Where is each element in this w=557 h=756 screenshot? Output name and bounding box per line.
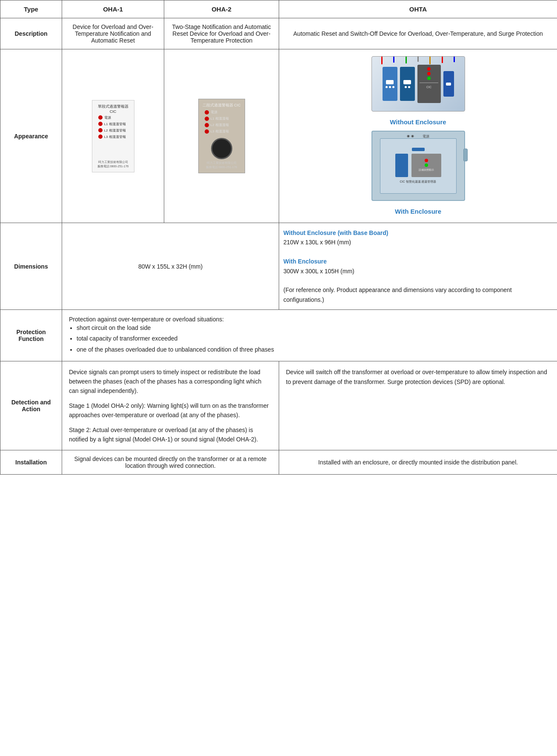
installation-ohta: Installed with an enclosure, or directly… (279, 450, 557, 475)
b2dot-red1 (427, 67, 431, 71)
detection-p2: Stage 1 (Model OHA-2 only): Warning ligh… (69, 401, 272, 420)
oha1-dot-label-0: 電源 (104, 115, 111, 120)
enc-inner-panel: 設備狀態顯示 CIC 智慧化溫溫 過溫管理器 (380, 138, 457, 194)
installation-row: Installation Signal devices can be mount… (0, 450, 557, 475)
oha2-dots: 電源 L1 相溫溫報 L2 相溫溫報 L3 相溫溫報 (201, 110, 242, 134)
protection-label: Protection Function (0, 310, 62, 361)
breaker-blue2 (400, 67, 415, 101)
dim-ohta-content: Without Enclosure (with Base Board) 210W… (283, 228, 553, 304)
oha2-dot-label-0: 電源 (211, 110, 217, 115)
oha2-dot-red-1 (205, 117, 209, 121)
enc-blue-block (395, 154, 408, 177)
breaker-small (443, 71, 454, 97)
header-type: Type (0, 0, 62, 18)
oha2-dot-red-2 (205, 123, 209, 127)
ohta-images-container: CIC (288, 56, 548, 216)
appearance-oha1-cell: 單段式過溫警報器 CIC 電源 L1 相溫溫管報 L2 相溫溫管報 (62, 49, 164, 223)
enc-main-row: 設備狀態顯示 (395, 154, 441, 177)
header-oha1: OHA-1 (62, 0, 164, 18)
oha2-dot-3: L3 相溫溫報 (205, 129, 229, 134)
b2-divider (420, 83, 438, 83)
oha1-dot-2: L2 相溫溫管報 (98, 128, 126, 133)
detection-p1: Device signals can prompt users to timel… (69, 367, 272, 396)
dim-without-value: 210W x 130L x 96H (mm) (283, 238, 553, 247)
dim-with-value: 300W x 300L x 105H (mm) (283, 266, 553, 276)
oha2-device-image: 二段式過溫警報器 CIC 電源 L1 相溫溫報 L2 相溫溫報 (198, 99, 245, 173)
header-ohta: OHTA (279, 0, 557, 18)
description-ohta: Automatic Reset and Switch-Off Device fo… (279, 18, 557, 49)
wire-yellow (429, 57, 431, 64)
oha2-buzzer (211, 138, 232, 159)
b2dot-green (427, 77, 431, 80)
enc-ind1: ◉ ◉ (407, 134, 414, 139)
protection-row: Protection Function Protection against o… (0, 310, 557, 361)
oha1-dot-label-1: L1 相溫溫管報 (104, 122, 126, 126)
dimensions-row: Dimensions 80W x 155L x 32H (mm) Without… (0, 223, 557, 310)
dimensions-label: Dimensions (0, 223, 62, 310)
wire-blue (393, 57, 394, 63)
dim-note: (For reference only. Product appearance … (283, 285, 553, 304)
protection-bullet-2: one of the phases overloaded due to unba… (77, 344, 550, 355)
bdot4 (405, 86, 407, 88)
oha2-dot-1: L1 相溫溫報 (205, 116, 229, 121)
dimensions-ohta: Without Enclosure (with Base Board) 210W… (279, 223, 557, 310)
oha1-brand: 呵力工業技術有限公司服務電話:0800-251-176 (92, 160, 134, 169)
ohta-without-enclosure-image: CIC (371, 56, 465, 112)
breaker-dots (386, 86, 394, 88)
ohta-with-enclosure-image: ◉ ◉ 電源 設備狀態顯示 (371, 131, 465, 201)
description-row: Description Device for Overload and Over… (0, 18, 557, 49)
detection-row: Detection and Action Device signals can … (0, 361, 557, 450)
installation-oha1-oha2: Signal devices can be mounted directly o… (62, 450, 279, 475)
oha1-dot-3: L3 相溫溫管報 (98, 135, 126, 139)
detection-oha1-oha2: Device signals can prompt users to timel… (62, 361, 279, 450)
description-oha1: Device for Overload and Over-Temperature… (62, 18, 164, 49)
oha1-dot-label-2: L2 相溫溫管報 (104, 128, 126, 133)
enc-gray-block: 設備狀態顯示 (411, 154, 441, 177)
enc-green-dot (425, 163, 428, 167)
breaker-blue (383, 67, 397, 101)
enc-top-indicators: ◉ ◉ 電源 (372, 134, 464, 139)
ohta-noenc-inner: CIC (383, 65, 454, 103)
oha2-dot-red-0 (205, 110, 209, 115)
bdot2 (389, 86, 391, 88)
oha2-dot-label-3: L3 相溫溫報 (211, 129, 229, 134)
bdot5 (408, 86, 410, 88)
detection-ohta-text: Device will switch off the transformer a… (286, 367, 550, 388)
b2-text: CIC (426, 86, 431, 89)
ohta-with-label: With Enclosure (395, 208, 441, 215)
wire-gray (417, 57, 419, 62)
b2dot-red2 (427, 72, 431, 75)
wires-top (376, 57, 460, 65)
oha2-dot-0: 電源 (205, 110, 217, 115)
protection-intro: Protection against over-temperature or o… (69, 316, 550, 323)
oha1-device-image: 單段式過溫警報器 CIC 電源 L1 相溫溫管報 L2 相溫溫管報 (92, 100, 134, 172)
wire-red (381, 57, 383, 64)
appearance-label: Appearance (0, 49, 62, 223)
oha1-dot-0: 電源 (98, 115, 111, 120)
oha2-device-top-label: 二段式過溫警報器 CIC (203, 103, 241, 108)
oha2-brand: 呵力工業技術有限公司服務電話:0800-251-176 (199, 161, 245, 169)
oha1-dot-1: L1 相溫溫管報 (98, 122, 126, 126)
oha2-dot-2: L2 相溫溫報 (205, 123, 229, 127)
enc-top-bar (412, 148, 425, 151)
installation-label: Installation (0, 450, 62, 475)
oha1-dot-red-3 (98, 135, 103, 139)
enc-handle (463, 149, 468, 161)
dimensions-oha1-oha2: 80W x 155L x 32H (mm) (62, 223, 279, 310)
appearance-ohta-cell: CIC (279, 49, 557, 223)
breaker-switch2 (403, 80, 411, 84)
oha2-dot-label-2: L2 相溫溫報 (211, 123, 229, 127)
enc-gray-label: 設備狀態顯示 (419, 168, 434, 172)
breaker-dots2 (405, 86, 410, 88)
wire-red2 (442, 57, 443, 63)
comparison-table: Type OHA-1 OHA-2 OHTA Description Device… (0, 0, 557, 475)
oha1-dot-red-1 (98, 122, 103, 126)
dim-without-heading: Without Enclosure (with Base Board) (283, 228, 553, 238)
ohta-without-label: Without Enclosure (390, 118, 446, 126)
oha1-dots: 電源 L1 相溫溫管報 L2 相溫溫管報 L3 相溫溫管報 (95, 115, 131, 139)
appearance-row: Appearance 單段式過溫警報器 CIC 電源 L1 相溫溫管報 (0, 49, 557, 223)
oha1-dot-red-2 (98, 128, 103, 132)
enc-red-dot (425, 159, 428, 162)
dim-with-heading: With Enclosure (283, 257, 553, 266)
description-oha2: Two-Stage Notification and Automatic Res… (164, 18, 279, 49)
